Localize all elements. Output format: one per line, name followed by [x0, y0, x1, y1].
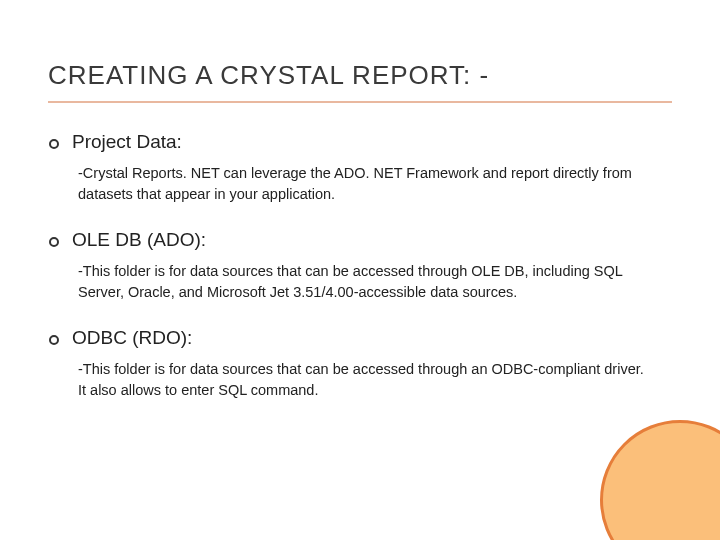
- section-project-data: Project Data: -Crystal Reports. NET can …: [48, 131, 672, 205]
- bullet-row: ODBC (RDO):: [48, 327, 672, 349]
- slide: CREATING A CRYSTAL REPORT: - Project Dat…: [0, 0, 720, 540]
- bullet-row: Project Data:: [48, 131, 672, 153]
- section-description: -This folder is for data sources that ca…: [78, 261, 652, 303]
- bullet-ring-icon: [48, 138, 60, 150]
- bullet-row: OLE DB (ADO):: [48, 229, 672, 251]
- bullet-ring-icon: [48, 334, 60, 346]
- section-label: ODBC (RDO):: [72, 327, 192, 349]
- section-label: Project Data:: [72, 131, 182, 153]
- svg-point-1: [50, 238, 58, 246]
- section-odbc: ODBC (RDO): -This folder is for data sou…: [48, 327, 672, 401]
- corner-circle-decoration: [600, 420, 720, 540]
- section-ole-db: OLE DB (ADO): -This folder is for data s…: [48, 229, 672, 303]
- svg-point-2: [50, 336, 58, 344]
- section-description: -Crystal Reports. NET can leverage the A…: [78, 163, 652, 205]
- section-label: OLE DB (ADO):: [72, 229, 206, 251]
- slide-title: CREATING A CRYSTAL REPORT: -: [48, 60, 672, 103]
- section-description: -This folder is for data sources that ca…: [78, 359, 652, 401]
- bullet-ring-icon: [48, 236, 60, 248]
- svg-point-0: [50, 140, 58, 148]
